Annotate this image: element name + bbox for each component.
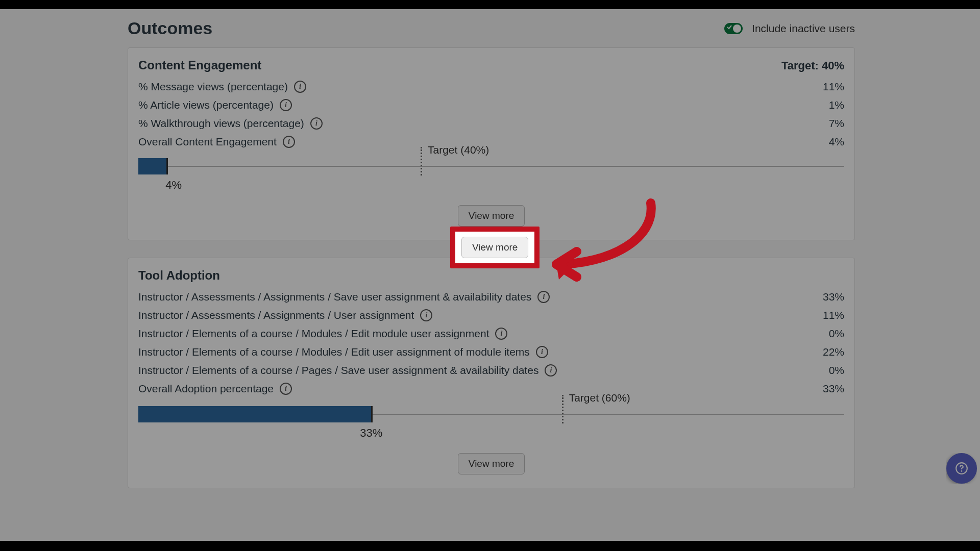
view-more-wrap: View more bbox=[138, 205, 844, 227]
target-marker-label: Target (60%) bbox=[569, 392, 630, 404]
metric-label: Instructor / Elements of a course / Page… bbox=[138, 364, 557, 377]
info-icon[interactable]: i bbox=[294, 81, 306, 93]
view-more-button-highlighted[interactable]: View more bbox=[461, 237, 528, 258]
info-icon[interactable]: i bbox=[537, 291, 550, 303]
target-marker bbox=[562, 395, 564, 423]
metric-text: % Walkthrough views (percentage) bbox=[138, 117, 304, 130]
metric-text: Instructor / Assessments / Assignments /… bbox=[138, 309, 414, 321]
card-title: Content Engagement bbox=[138, 58, 261, 72]
metric-text: Instructor / Elements of a course / Modu… bbox=[138, 328, 489, 340]
metric-text: Instructor / Elements of a course / Modu… bbox=[138, 346, 530, 358]
metric-label: % Walkthrough views (percentage) i bbox=[138, 117, 323, 130]
info-icon[interactable]: i bbox=[545, 364, 557, 377]
toggle-label: Include inactive users bbox=[752, 22, 855, 35]
metric-label: Overall Content Engagement i bbox=[138, 136, 295, 148]
metric-text: % Message views (percentage) bbox=[138, 81, 288, 93]
metric-text: Instructor / Assessments / Assignments /… bbox=[138, 291, 531, 303]
card-content-engagement: Content Engagement Target: 40% % Message… bbox=[128, 47, 855, 240]
metric-value: 0% bbox=[829, 364, 844, 377]
metric-value: 4% bbox=[829, 136, 844, 148]
metric-value: 0% bbox=[829, 328, 844, 340]
metric-row: Overall Adoption percentage i 33% bbox=[138, 380, 844, 398]
metric-label: % Message views (percentage) i bbox=[138, 81, 306, 93]
view-more-button[interactable]: View more bbox=[458, 453, 525, 474]
letterbox-top bbox=[0, 0, 980, 9]
metric-text: Overall Content Engagement bbox=[138, 136, 277, 148]
metric-text: Instructor / Elements of a course / Page… bbox=[138, 364, 538, 377]
svg-point-1 bbox=[961, 470, 963, 472]
info-icon[interactable]: i bbox=[420, 309, 432, 321]
card-header: Content Engagement Target: 40% bbox=[138, 58, 844, 72]
metric-row: Instructor / Elements of a course / Modu… bbox=[138, 324, 844, 343]
bar-fill bbox=[138, 158, 168, 174]
metric-value: 11% bbox=[823, 309, 844, 321]
target-marker bbox=[421, 147, 422, 176]
view-more-button[interactable]: View more bbox=[458, 205, 525, 227]
card-target: Target: 40% bbox=[781, 59, 844, 72]
bar-fill bbox=[138, 406, 373, 422]
metric-value: 33% bbox=[823, 291, 844, 303]
metric-value: 7% bbox=[829, 117, 844, 130]
page-title: Outcomes bbox=[128, 18, 212, 38]
toggle-include-inactive[interactable]: Include inactive users bbox=[724, 22, 855, 35]
bar-value-label: 4% bbox=[165, 179, 182, 192]
metric-row: % Walkthrough views (percentage) i 7% bbox=[138, 114, 844, 133]
info-icon[interactable]: i bbox=[536, 346, 548, 358]
info-icon[interactable]: i bbox=[283, 136, 295, 148]
metric-text: Overall Adoption percentage bbox=[138, 383, 274, 395]
metric-row: Overall Content Engagement i 4% bbox=[138, 133, 844, 151]
card-header: Tool Adoption bbox=[138, 268, 844, 283]
check-icon bbox=[727, 24, 732, 30]
metric-row: Instructor / Assessments / Assignments /… bbox=[138, 306, 844, 324]
progress-bar: 4% Target (40%) bbox=[138, 158, 844, 174]
metric-row: % Message views (percentage) i 11% bbox=[138, 78, 844, 96]
help-fab[interactable] bbox=[946, 453, 977, 484]
metric-value: 11% bbox=[823, 81, 844, 93]
toggle-switch-icon bbox=[724, 23, 743, 34]
metric-value: 22% bbox=[823, 346, 844, 358]
bar-value-label: 33% bbox=[360, 427, 382, 440]
metric-label: Overall Adoption percentage i bbox=[138, 383, 292, 395]
metric-text: % Article views (percentage) bbox=[138, 99, 274, 111]
info-icon[interactable]: i bbox=[495, 328, 507, 340]
metric-row: Instructor / Elements of a course / Modu… bbox=[138, 343, 844, 361]
header-row: Outcomes Include inactive users bbox=[128, 18, 855, 38]
metric-label: Instructor / Assessments / Assignments /… bbox=[138, 309, 432, 321]
metric-row: Instructor / Assessments / Assignments /… bbox=[138, 288, 844, 306]
metric-label: Instructor / Elements of a course / Modu… bbox=[138, 328, 507, 340]
target-marker-label: Target (40%) bbox=[428, 144, 489, 156]
view-more-wrap: View more bbox=[138, 453, 844, 474]
card-tool-adoption: Tool Adoption Instructor / Assessments /… bbox=[128, 258, 855, 488]
info-icon[interactable]: i bbox=[310, 117, 323, 130]
page-surface: Outcomes Include inactive users Content … bbox=[0, 9, 980, 541]
metric-label: % Article views (percentage) i bbox=[138, 99, 292, 111]
bar-baseline bbox=[138, 166, 844, 167]
metric-value: 1% bbox=[829, 99, 844, 111]
metric-label: Instructor / Assessments / Assignments /… bbox=[138, 291, 550, 303]
metric-value: 33% bbox=[823, 383, 844, 395]
card-title: Tool Adoption bbox=[138, 268, 220, 283]
question-icon bbox=[955, 462, 968, 475]
metric-label: Instructor / Elements of a course / Modu… bbox=[138, 346, 548, 358]
info-icon[interactable]: i bbox=[280, 99, 292, 111]
metric-row: % Article views (percentage) i 1% bbox=[138, 96, 844, 114]
metric-row: Instructor / Elements of a course / Page… bbox=[138, 361, 844, 380]
annotation-highlight: View more bbox=[450, 227, 540, 268]
progress-bar: 33% Target (60%) bbox=[138, 406, 844, 422]
letterbox-bottom bbox=[0, 541, 980, 551]
info-icon[interactable]: i bbox=[280, 383, 292, 395]
